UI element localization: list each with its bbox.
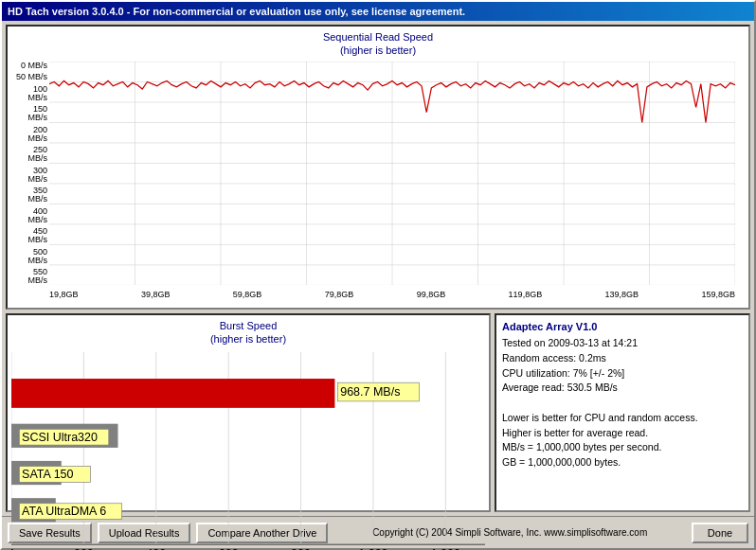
svg-rect-37 xyxy=(11,379,334,408)
burst-chart-area: ATA UltraDMA 6 SATA 150 SCSI Ultra320 xyxy=(11,352,485,550)
burst-svg: ATA UltraDMA 6 SATA 150 SCSI Ultra320 xyxy=(11,352,485,550)
svg-text:ATA UltraDMA 6: ATA UltraDMA 6 xyxy=(22,505,106,518)
info-text: Tested on 2009-03-13 at 14:21 Random acc… xyxy=(502,336,743,470)
seq-chart-area: 550 MB/s 500 MB/s 450 MB/s 400 MB/s 350 … xyxy=(11,62,745,304)
svg-text:SCSI Ultra320: SCSI Ultra320 xyxy=(22,430,98,443)
seq-chart-svg-container xyxy=(49,62,735,285)
window-title: HD Tach version 3.0.4.0 - For non-commer… xyxy=(8,6,465,17)
x-axis: 19,8GB 39,8GB 59,8GB 79,8GB 99,8GB 119,8… xyxy=(49,285,735,304)
info-panel: Adaptec Array V1.0 Tested on 2009-03-13 … xyxy=(495,313,750,512)
burst-chart-title: Burst Speed (higher is better) xyxy=(11,319,485,346)
title-bar: HD Tach version 3.0.4.0 - For non-commer… xyxy=(2,2,754,21)
burst-chart-panel: Burst Speed (higher is better) xyxy=(6,313,491,512)
seq-chart-title: Sequential Read Speed (higher is better) xyxy=(11,30,745,58)
seq-chart-panel: Sequential Read Speed (higher is better)… xyxy=(6,25,750,310)
done-button[interactable]: Done xyxy=(692,523,748,543)
svg-text:968.7 MB/s: 968.7 MB/s xyxy=(340,385,400,399)
y-axis: 550 MB/s 500 MB/s 450 MB/s 400 MB/s 350 … xyxy=(11,62,49,285)
content-area: Sequential Read Speed (higher is better)… xyxy=(2,21,754,516)
bottom-area: Burst Speed (higher is better) xyxy=(6,313,750,512)
svg-text:SATA 150: SATA 150 xyxy=(22,468,73,481)
info-title: Adaptec Array V1.0 xyxy=(502,321,743,332)
seq-chart-svg xyxy=(49,62,735,285)
main-window: HD Tach version 3.0.4.0 - For non-commer… xyxy=(0,0,756,550)
